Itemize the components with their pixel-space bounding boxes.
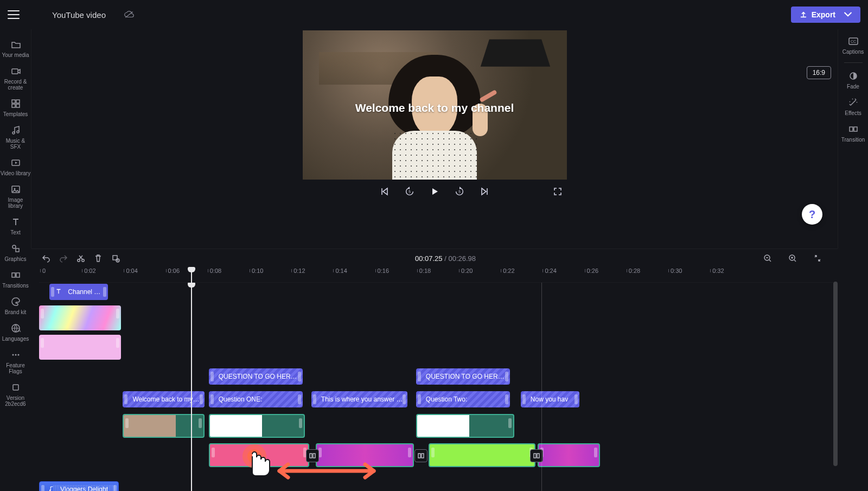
svg-rect-20: [13, 385, 18, 390]
sidebar-item-music-sfx[interactable]: Music & SFX: [1, 122, 31, 153]
menu-icon[interactable]: [8, 10, 20, 19]
sidebar-item-record-create[interactable]: Record & create: [1, 62, 31, 94]
duplicate-button[interactable]: [111, 253, 120, 263]
sidebar-item-video-library[interactable]: Video library: [1, 154, 31, 180]
ruler-tick: 0:02: [84, 267, 95, 274]
svg-rect-36: [418, 454, 420, 458]
transition-icon: [10, 270, 21, 280]
media-clip[interactable]: [538, 443, 601, 467]
sidebar-item-version[interactable]: Version 2b2ecd6: [1, 379, 31, 410]
sidebar-item-transition[interactable]: Transition: [838, 120, 869, 146]
sidebar-item-label: Effects: [845, 110, 861, 116]
text-clip-question[interactable]: QUESTION TO GO HERE :): [209, 368, 303, 385]
svg-rect-5: [16, 104, 20, 107]
transition-handle[interactable]: [414, 449, 427, 462]
text-clip-channel-name[interactable]: Channel Name: [49, 284, 108, 300]
svg-rect-13: [12, 273, 15, 277]
export-button-label: Export: [812, 10, 835, 19]
svg-point-19: [17, 354, 19, 356]
fullscreen-button[interactable]: [552, 186, 564, 197]
transition-handle[interactable]: [530, 449, 543, 462]
sidebar-item-brand-kit[interactable]: Brand kit: [1, 293, 31, 318]
help-button[interactable]: ?: [802, 204, 822, 225]
preview-canvas[interactable]: Welcome back to my channel: [303, 30, 567, 180]
project-title[interactable]: YouTube video: [52, 10, 106, 20]
sidebar-item-label: Text: [10, 229, 20, 235]
sidebar-item-feature-flags[interactable]: Feature Flags: [1, 346, 31, 378]
text-clip[interactable]: Question Two:: [416, 391, 510, 407]
audio-clip[interactable]: Vloggers Delight: [39, 481, 119, 491]
sidebar-item-your-media[interactable]: Your media: [1, 36, 31, 61]
sidebar-item-image-library[interactable]: Image library: [1, 181, 31, 212]
ruler-tick: 0:08: [210, 267, 221, 274]
ruler-tick: 0:18: [419, 267, 431, 274]
svg-text:5: 5: [409, 190, 411, 194]
text-clip[interactable]: This is where you answer qu: [311, 391, 408, 407]
globe-icon: A: [10, 323, 21, 334]
text-icon: [55, 288, 62, 297]
sidebar-item-label: Transitions: [2, 283, 29, 289]
export-button[interactable]: Export: [791, 7, 860, 23]
sidebar-item-fade[interactable]: Fade: [838, 67, 869, 93]
sidebar-item-label: Templates: [3, 111, 28, 117]
zoom-in-button[interactable]: [788, 253, 797, 263]
circle-half-icon: [848, 71, 859, 81]
sidebar-item-text[interactable]: Text: [1, 213, 31, 239]
graphic-clip[interactable]: [39, 305, 121, 330]
text-clip[interactable]: Welcome back to my ch: [123, 391, 205, 407]
timeline-tracks[interactable]: Channel Name QUESTION TO GO HERE :)QUEST…: [39, 283, 833, 491]
skip-end-button[interactable]: [478, 186, 490, 197]
video-clip[interactable]: [123, 414, 205, 438]
aspect-ratio-button[interactable]: 16:9: [807, 66, 831, 79]
ruler-tick: 0:10: [252, 267, 263, 274]
sidebar-item-transitions[interactable]: Transitions: [1, 266, 31, 292]
timeline-ruler[interactable]: 00:020:040:060:080:100:120:140:160:180:2…: [39, 267, 833, 283]
text-icon: [10, 216, 21, 227]
media-clip[interactable]: [429, 443, 535, 467]
timeline-scrollbar[interactable]: [833, 282, 838, 488]
svg-rect-1: [12, 69, 18, 74]
svg-rect-14: [16, 273, 20, 277]
ruler-tick: 0:20: [461, 267, 473, 274]
undo-button[interactable]: [41, 253, 51, 263]
sidebar-item-templates[interactable]: Templates: [1, 95, 31, 120]
svg-rect-37: [422, 454, 424, 458]
svg-rect-26: [850, 127, 853, 131]
sidebar-item-label: Video library: [1, 170, 30, 176]
text-clip[interactable]: Question ONE:: [209, 391, 303, 407]
music-icon: [10, 125, 21, 136]
ruler-tick: 0:28: [629, 267, 640, 274]
sidebar-item-effects[interactable]: Effects: [838, 94, 869, 119]
sidebar-item-label: Feature Flags: [1, 362, 31, 374]
play-button[interactable]: [429, 186, 441, 197]
svg-point-17: [12, 354, 14, 356]
sidebar-item-label: Brand kit: [5, 309, 26, 315]
rewind-5-button[interactable]: 5: [404, 186, 416, 197]
forward-5-button[interactable]: 5: [454, 186, 465, 197]
folder-icon: [10, 39, 21, 50]
cc-icon: CC: [848, 36, 859, 47]
graphic-clip[interactable]: [39, 335, 121, 360]
clip-label: Question ONE:: [219, 396, 263, 403]
zoom-out-button[interactable]: [763, 253, 773, 263]
video-clip[interactable]: [416, 414, 514, 438]
text-clip[interactable]: Now you hav: [521, 391, 579, 407]
video-clip[interactable]: [209, 414, 305, 438]
sidebar-left: Your mediaRecord & createTemplatesMusic …: [0, 29, 31, 248]
text-clip-question[interactable]: QUESTION TO GO HERE :): [416, 368, 510, 385]
svg-text:CC: CC: [850, 40, 856, 43]
zoom-fit-button[interactable]: [813, 253, 822, 263]
skip-start-button[interactable]: [379, 186, 391, 197]
redo-button[interactable]: [59, 253, 68, 263]
svg-point-11: [12, 245, 16, 248]
split-button[interactable]: [76, 253, 86, 263]
svg-point-40: [49, 489, 51, 491]
sidebar-item-captions[interactable]: CCCaptions: [838, 33, 869, 58]
sidebar-item-graphics[interactable]: Graphics: [1, 240, 31, 265]
sidebar-item-languages[interactable]: ALanguages: [1, 320, 31, 345]
sidebar-right: CCCaptionsFadeEffectsTransition: [838, 29, 868, 248]
image-icon: [10, 184, 21, 195]
sidebar-item-label: Image library: [1, 197, 31, 209]
delete-button[interactable]: [93, 253, 103, 263]
clip-label: Now you hav: [531, 396, 568, 403]
